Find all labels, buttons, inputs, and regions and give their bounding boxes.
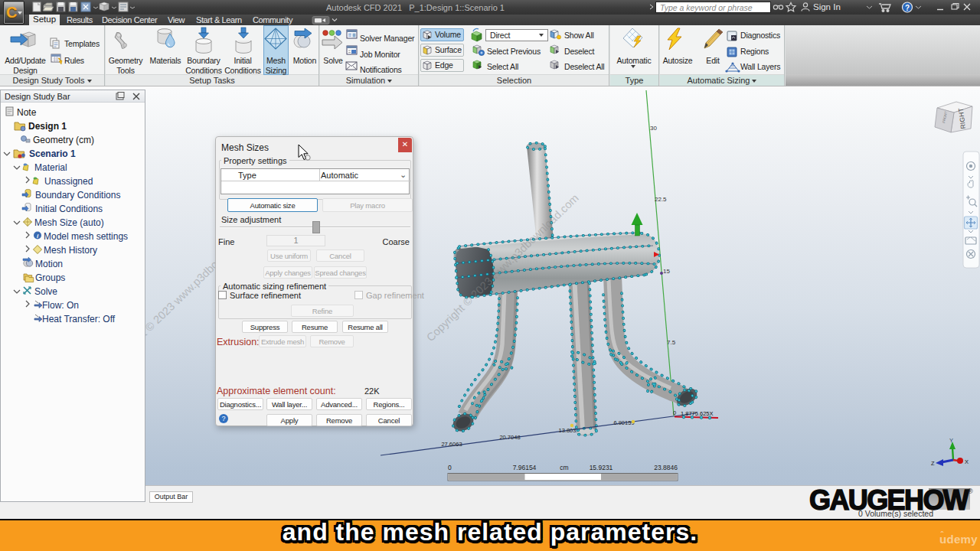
svg-text:?: ? [905,4,910,12]
svg-text:7.96154: 7.96154 [513,464,537,471]
svg-text:13.803: 13.803 [559,427,577,434]
svg-text:22.5: 22.5 [655,196,667,203]
svg-text:Sign In: Sign In [813,2,841,11]
svg-text:15.9231: 15.9231 [590,464,613,471]
svg-text:X: X [965,458,969,465]
svg-text:6.90159: 6.90159 [613,419,634,426]
svg-text:cm: cm [560,464,568,471]
svg-text:15: 15 [663,268,670,275]
svg-text:0: 0 [448,464,452,471]
svg-text:Z: Z [931,460,935,467]
svg-text:Y: Y [949,437,953,444]
svg-text:7.5: 7.5 [667,339,676,346]
svg-text:0: 0 [673,409,676,416]
svg-text:27.6063: 27.6063 [441,441,462,448]
svg-text:23.8846: 23.8846 [654,464,678,471]
svg-text:20.7048: 20.7048 [499,434,520,441]
svg-text:1.8775.625X: 1.8775.625X [681,410,714,417]
svg-text:30: 30 [650,125,657,132]
